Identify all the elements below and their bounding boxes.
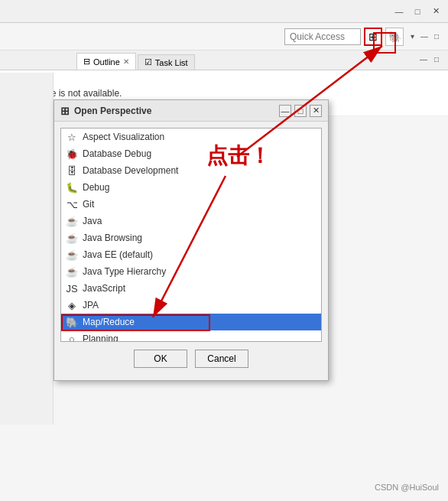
- list-item[interactable]: ⌥Git: [61, 196, 321, 213]
- list-item[interactable]: ☕Java EE (default): [61, 246, 321, 263]
- perspective-icon: 🐛: [66, 181, 78, 194]
- perspective-label: Git: [83, 199, 94, 210]
- dialog-title-text: Open Perspective: [74, 106, 151, 116]
- perspective-icon: ⌥: [66, 198, 78, 210]
- toolbar-minimize[interactable]: —: [419, 31, 430, 42]
- perspective-label: Planning: [83, 333, 118, 342]
- list-item[interactable]: ☕Java: [61, 213, 321, 229]
- perspective-label: JavaScript: [83, 283, 125, 294]
- perspective-icon: ☕: [66, 249, 78, 261]
- quick-access-area: ⊞ 🐘: [284, 28, 404, 46]
- dialog-maximize-btn[interactable]: □: [294, 105, 307, 117]
- list-item[interactable]: 🐘Map/Reduce: [61, 314, 321, 330]
- perspective-icon: ☕: [66, 265, 78, 278]
- close-button[interactable]: ✕: [430, 5, 442, 18]
- dialog-footer: OK Cancel: [60, 342, 322, 374]
- dialog-body: ☆Aspect Visualization🐞Database Debug🗄Dat…: [54, 122, 328, 380]
- perspective-label: Java Browsing: [83, 233, 142, 243]
- list-item[interactable]: 🐞Database Debug: [61, 145, 321, 162]
- toolbar-row: ⊞ 🐘 ▾ — □: [0, 23, 448, 50]
- dialog-close-btn[interactable]: ✕: [310, 105, 322, 117]
- toolbar-chevron-down[interactable]: ▾: [407, 31, 417, 42]
- toolbar-elephant-button[interactable]: 🐘: [385, 28, 404, 46]
- perspective-icon: ◈: [66, 299, 78, 311]
- perspective-label: Debug: [83, 182, 109, 193]
- list-item[interactable]: JSJavaScript: [61, 280, 321, 297]
- perspective-label: Database Debug: [83, 148, 151, 159]
- toolbar-maximize[interactable]: □: [431, 31, 442, 42]
- perspective-icon: ☕: [66, 232, 78, 244]
- task-list-tab[interactable]: ☑ Task List: [138, 54, 195, 70]
- perspective-label: JPA: [83, 300, 99, 311]
- list-item[interactable]: ☆Aspect Visualization: [61, 129, 321, 145]
- perspective-label: Java: [83, 216, 102, 226]
- perspective-icon: 🐘: [66, 316, 78, 328]
- toolbar-controls: ▾ — □: [407, 31, 442, 42]
- perspective-label: Java Type Hierarchy: [83, 266, 166, 277]
- open-perspective-icon: ⊞: [368, 31, 378, 43]
- perspective-list[interactable]: ☆Aspect Visualization🐞Database Debug🗄Dat…: [60, 128, 322, 342]
- perspective-label: Java EE (default): [83, 249, 153, 260]
- panel-minimize-btn[interactable]: —: [418, 54, 429, 64]
- list-item[interactable]: 🐛Debug: [61, 179, 321, 196]
- title-bar: — □ ✕: [0, 0, 448, 23]
- list-item[interactable]: ◈JPA: [61, 297, 321, 314]
- list-item[interactable]: ☕Java Browsing: [61, 229, 321, 246]
- outline-tab-close[interactable]: ✕: [123, 57, 129, 66]
- title-bar-buttons: — □ ✕: [393, 5, 442, 18]
- dialog-title-bar: ⊞ Open Perspective — □ ✕: [54, 100, 328, 122]
- open-perspective-dialog: ⊞ Open Perspective — □ ✕ ☆Aspect Visuali…: [54, 99, 329, 381]
- outline-tab-icon: ⊟: [83, 57, 90, 67]
- perspective-icon: ☕: [66, 215, 78, 227]
- cancel-button[interactable]: Cancel: [195, 350, 248, 368]
- perspective-icon: 🐞: [66, 148, 78, 160]
- panel-controls: — □: [418, 54, 442, 64]
- list-item[interactable]: 🗄Database Development: [61, 162, 321, 179]
- maximize-button[interactable]: □: [411, 5, 424, 18]
- elephant-icon: 🐘: [388, 31, 401, 43]
- perspective-icon: 🗄: [66, 164, 78, 177]
- perspective-label: Database Development: [83, 165, 178, 176]
- perspective-label: Map/Reduce: [83, 317, 135, 327]
- panel-tabs: ⊟ Outline ✕ ☑ Task List — □: [0, 50, 448, 70]
- dialog-window-btns: — □ ✕: [279, 105, 322, 117]
- list-item[interactable]: ☕Java Type Hierarchy: [61, 263, 321, 280]
- ide-window: — □ ✕ ⊞ 🐘 ▾ — □ ⊟ Outline ✕ ☑: [0, 0, 448, 501]
- dialog-title-icon: ⊞: [60, 105, 70, 117]
- dialog-minimize-btn[interactable]: —: [279, 105, 291, 117]
- perspective-icon: JS: [66, 282, 78, 294]
- task-list-icon: ☑: [144, 57, 152, 67]
- left-sidebar: [0, 73, 54, 425]
- open-perspective-button[interactable]: ⊞: [364, 28, 382, 46]
- outline-tab-label: Outline: [93, 57, 120, 67]
- list-item[interactable]: ○Planning: [61, 330, 321, 342]
- csdn-watermark: CSDN @HuiSoul: [375, 483, 439, 492]
- perspective-icon: ☆: [66, 131, 78, 143]
- outline-tab[interactable]: ⊟ Outline ✕: [76, 53, 136, 70]
- quick-access-input[interactable]: [284, 28, 361, 45]
- ok-button[interactable]: OK: [134, 350, 187, 368]
- minimize-button[interactable]: —: [393, 5, 405, 18]
- dialog-title-content: ⊞ Open Perspective: [60, 105, 151, 117]
- perspective-icon: ○: [66, 333, 78, 342]
- task-list-label: Task List: [155, 58, 188, 67]
- panel-maximize-btn[interactable]: □: [431, 54, 442, 64]
- perspective-label: Aspect Visualization: [83, 132, 164, 142]
